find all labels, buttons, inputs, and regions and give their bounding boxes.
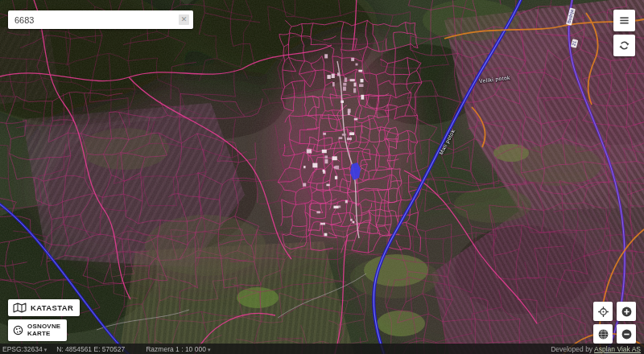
scale-selector[interactable]: Razmera 1 : 10 000▾ <box>146 345 210 353</box>
crosshair-icon <box>597 306 609 318</box>
status-bar: EPSG:32634▾ N: 4854561 E: 570527 Razmera… <box>0 344 644 354</box>
caret-down-icon: ▾ <box>208 347 211 352</box>
full-extent-button[interactable] <box>593 324 613 344</box>
locate-button[interactable] <box>593 302 613 321</box>
katastar-label: KATASTAR <box>31 303 73 312</box>
epsg-label: EPSG:32634 <box>2 345 43 353</box>
plus-icon <box>621 306 633 318</box>
north-coordinate: N: 4854561 <box>56 345 92 353</box>
developed-by-label: Developed by <box>551 345 592 353</box>
search-input[interactable] <box>8 15 179 25</box>
developer-credit: Developed by Asplan Viak AS <box>551 345 641 353</box>
globe-icon <box>597 328 609 340</box>
map-canvas[interactable]: Veliki potok Mali potok Bednja 21 <box>0 0 644 354</box>
base-maps-button[interactable]: OSNOVNE KARTE <box>8 319 67 341</box>
minus-icon <box>621 328 633 340</box>
base-maps-label: OSNOVNE KARTE <box>27 323 60 337</box>
dotted-circle-icon <box>13 325 23 335</box>
coordinates-readout: N: 4854561 E: 570527 <box>56 345 125 353</box>
developer-link[interactable]: Asplan Viak AS <box>594 345 641 353</box>
base-maps-line2: KARTE <box>27 331 60 338</box>
clear-search-icon[interactable]: ✕ <box>179 14 189 25</box>
zoom-in-button[interactable] <box>617 302 636 321</box>
epsg-selector[interactable]: EPSG:32634▾ <box>2 345 47 353</box>
scale-label: Razmera 1 : 10 000 <box>146 345 206 353</box>
hamburger-icon <box>618 14 630 27</box>
caret-down-icon: ▾ <box>44 347 47 352</box>
east-coordinate: E: 570527 <box>93 345 125 353</box>
menu-button[interactable] <box>613 10 635 31</box>
katastar-layer-button[interactable]: KATASTAR <box>8 299 80 316</box>
folded-map-icon <box>13 303 27 313</box>
refresh-icon <box>618 39 630 51</box>
search-box: ✕ <box>8 10 193 29</box>
zoom-out-button[interactable] <box>617 324 636 344</box>
refresh-button[interactable] <box>613 35 635 56</box>
satellite-map <box>0 0 644 354</box>
